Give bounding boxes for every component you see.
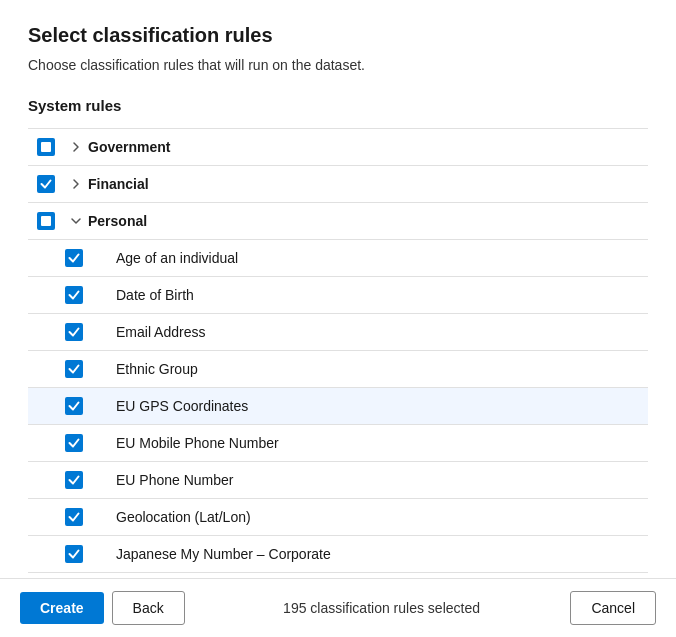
- page-title: Select classification rules: [28, 24, 648, 47]
- back-button[interactable]: Back: [112, 591, 185, 625]
- rule-row-eu_gps[interactable]: EU GPS Coordinates: [28, 388, 648, 425]
- rule-label-age: Age of an individual: [116, 250, 648, 266]
- rule-label-geolocation: Geolocation (Lat/Lon): [116, 509, 648, 525]
- checkbox-ethnic[interactable]: [56, 360, 92, 378]
- checkbox-personal[interactable]: [28, 212, 64, 230]
- footer: Create Back 195 classification rules sel…: [0, 578, 676, 637]
- rule-label-email: Email Address: [116, 324, 648, 340]
- checkbox-age[interactable]: [56, 249, 92, 267]
- checkbox-eu_phone[interactable]: [56, 471, 92, 489]
- rule-row-age[interactable]: Age of an individual: [28, 240, 648, 277]
- checkbox-government[interactable]: [28, 138, 64, 156]
- rule-label-eu_gps: EU GPS Coordinates: [116, 398, 648, 414]
- rule-row-government[interactable]: Government: [28, 129, 648, 166]
- page-subtitle: Choose classification rules that will ru…: [28, 57, 648, 73]
- checkbox-financial[interactable]: [28, 175, 64, 193]
- rule-row-dob[interactable]: Date of Birth: [28, 277, 648, 314]
- checkbox-eu_gps[interactable]: [56, 397, 92, 415]
- expand-icon-financial[interactable]: [64, 178, 88, 190]
- rule-label-government: Government: [88, 139, 648, 155]
- checkbox-geolocation[interactable]: [56, 508, 92, 526]
- rule-row-ethnic[interactable]: Ethnic Group: [28, 351, 648, 388]
- rule-label-financial: Financial: [88, 176, 648, 192]
- rule-label-eu_mobile: EU Mobile Phone Number: [116, 435, 648, 451]
- rule-row-jp_corporate[interactable]: Japanese My Number – Corporate: [28, 536, 648, 573]
- expand-icon-personal[interactable]: [64, 215, 88, 227]
- rule-label-ethnic: Ethnic Group: [116, 361, 648, 377]
- checkbox-dob[interactable]: [56, 286, 92, 304]
- section-title: System rules: [28, 97, 648, 114]
- rule-label-jp_corporate: Japanese My Number – Corporate: [116, 546, 648, 562]
- checkbox-email[interactable]: [56, 323, 92, 341]
- rule-row-financial[interactable]: Financial: [28, 166, 648, 203]
- rule-label-dob: Date of Birth: [116, 287, 648, 303]
- rule-row-geolocation[interactable]: Geolocation (Lat/Lon): [28, 499, 648, 536]
- expand-icon-government[interactable]: [64, 141, 88, 153]
- rule-row-email[interactable]: Email Address: [28, 314, 648, 351]
- rule-row-eu_mobile[interactable]: EU Mobile Phone Number: [28, 425, 648, 462]
- cancel-button[interactable]: Cancel: [570, 591, 656, 625]
- checkbox-jp_corporate[interactable]: [56, 545, 92, 563]
- rule-row-personal[interactable]: Personal: [28, 203, 648, 240]
- rule-row-eu_phone[interactable]: EU Phone Number: [28, 462, 648, 499]
- create-button[interactable]: Create: [20, 592, 104, 624]
- main-content: Select classification rules Choose class…: [0, 0, 676, 578]
- rule-label-eu_phone: EU Phone Number: [116, 472, 648, 488]
- rules-list: GovernmentFinancialPersonalAge of an ind…: [28, 128, 648, 578]
- footer-status: 195 classification rules selected: [193, 600, 571, 616]
- checkbox-eu_mobile[interactable]: [56, 434, 92, 452]
- rule-label-personal: Personal: [88, 213, 648, 229]
